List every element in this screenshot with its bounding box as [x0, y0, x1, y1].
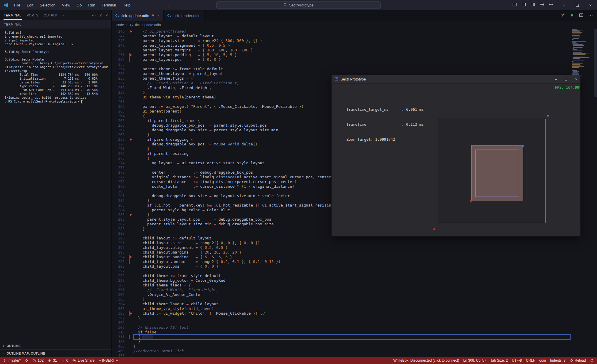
terminal-section-header[interactable]: TERMINAL [0, 20, 111, 28]
code-line[interactable]: 249 parent_layout.alignment = { 0.5, 0.5… [112, 43, 597, 48]
code-line[interactable]: 467 } [112, 339, 597, 344]
code-line[interactable]: 309 // Whitespace AST test [112, 325, 597, 330]
sidebar-section-outline[interactable]: › OUTLINE [0, 342, 111, 349]
panel-tab-ports[interactable]: PORTS [26, 11, 39, 19]
tab-tick-render[interactable]: tick_render.odin [164, 10, 204, 21]
code-line[interactable]: 296 child_layout.pos = { 0, 0 } [112, 264, 597, 269]
code-line[interactable]: 306 child := ui_widget( "Child", { .Mous… [112, 311, 597, 316]
window-close-button[interactable]: × [584, 0, 597, 10]
status-cursor-position[interactable]: Ln 306, Col 57 [461, 357, 488, 364]
panel-tabs-more-icon[interactable]: ··· [63, 11, 67, 19]
panel-more-actions-icon[interactable]: ··· [92, 13, 96, 17]
panel-tab-terminal[interactable]: TERMINAL [4, 11, 22, 20]
app-close-button[interactable]: × [575, 77, 577, 81]
code-line[interactable]: 298 child_theme := frame_style_default [112, 274, 597, 278]
menu-view[interactable]: View [59, 2, 73, 9]
sidebar-section-outline-map[interactable]: › OUTLINE MAP: OUTLINE [0, 349, 111, 357]
toggle-secondary-sidebar-icon[interactable] [531, 2, 535, 8]
tab-close-icon[interactable]: × [157, 14, 160, 18]
menu-terminal[interactable]: Terminal [99, 2, 119, 9]
code-line[interactable]: 301 // .Fixed_Width, .Fixed_Height, [112, 288, 597, 292]
code-line[interactable]: 308 [112, 321, 597, 325]
code-line[interactable]: 294 child_layout.padding = { 5, 5, 5, 5 … [112, 255, 597, 259]
window-maximize-button[interactable] [571, 0, 584, 10]
window-minimize-button[interactable]: – [557, 0, 571, 10]
panel-chevron-down-icon[interactable]: ∨ [99, 13, 102, 17]
menu-run[interactable]: Run [85, 2, 98, 9]
code-line[interactable]: 291 child_layout.size = range2({ 0, 0 },… [112, 241, 597, 245]
status-whitebox[interactable]: WhiteBox: Disconnected (click to connect… [391, 357, 461, 364]
editor-scrollbar[interactable] [594, 29, 597, 357]
editor-more-actions-icon[interactable]: ··· [588, 13, 593, 18]
breadcrumb-folder[interactable]: code [116, 23, 124, 27]
status-eol[interactable]: CRLF [524, 357, 537, 364]
code-line[interactable]: 304 child_theme.layout = child_layout [112, 302, 597, 306]
open-changes-icon[interactable] [561, 13, 565, 19]
status-language[interactable]: odin [537, 357, 548, 364]
toggle-sidebar-icon[interactable] [512, 2, 517, 8]
code-line[interactable]: 307 } [112, 316, 597, 321]
status-tab-size[interactable]: Tab Size: 2 [488, 357, 510, 364]
menu-edit[interactable]: Edit [24, 2, 36, 9]
code-line[interactable]: 305 ui_theme_via_style(child_theme) [112, 306, 597, 311]
app-maximize-button[interactable] [565, 78, 567, 80]
status-warnings[interactable]: 31 [46, 357, 59, 364]
code-line[interactable]: 251 parent_layout.padding = { 5, 10, 5, … [112, 53, 597, 57]
code-line[interactable]: 303 } [112, 297, 597, 302]
code-line[interactable]: 470 [112, 353, 597, 357]
code-line[interactable]: 468} [112, 344, 597, 349]
code-line[interactable]: 250 parent_layout.margins = { 100, 100, … [112, 48, 597, 53]
code-line[interactable]: 302 .Origin_At_Anchor_Center [112, 292, 597, 297]
code-line[interactable]: 311› {··· [112, 335, 597, 339]
code-line[interactable]: 246 // ui_parent(frame) [112, 29, 597, 34]
child-widget-box[interactable] [471, 145, 523, 201]
code-line[interactable]: 290 child_layout := default_layout [112, 236, 597, 241]
customize-layout-icon[interactable] [540, 2, 544, 8]
status-label: odin [539, 358, 546, 363]
menu-file[interactable]: File [11, 2, 23, 9]
code-line[interactable]: 310 if false [112, 330, 597, 335]
app-canvas[interactable]: FPS: 164.998 frametime_target_ms : 6.061… [332, 84, 580, 236]
split-editor-icon[interactable] [579, 13, 583, 19]
code-line[interactable]: 297 [112, 269, 597, 274]
status-insert-mode[interactable]: -- INSERT -- [97, 357, 120, 364]
run-button[interactable] [570, 13, 574, 19]
app-minimize-button[interactable]: – [555, 77, 557, 81]
sectr-prototype-window[interactable]: Sectr Prototype – × FPS: 164.998 frameti… [331, 75, 581, 236]
menu-selection[interactable]: Selection [37, 2, 58, 9]
code-line[interactable]: 292 child_layout.alignment = { 0.5, 0.5 … [112, 245, 597, 250]
code-line[interactable]: 247 parent_layout := default_layout [112, 34, 597, 38]
code-line[interactable]: 299 child_theme.bg_color = Color_GreyRed [112, 278, 597, 283]
status-sync[interactable] [23, 357, 30, 364]
code-line[interactable]: 248 parent_layout.size = range2( { 300, … [112, 38, 597, 43]
code-line[interactable]: 293 child_layout.margins = { 20, 20, 20,… [112, 250, 597, 255]
status-ports[interactable]: 0 [59, 357, 71, 364]
breadcrumb-file[interactable]: tick_update.odin [135, 23, 161, 27]
code-line[interactable]: 252 parent_layout.pos = { 0, 0 } [112, 57, 597, 62]
status-errors[interactable]: 102 [30, 357, 46, 364]
code-line[interactable]: 469//endregion Imgui Tick [112, 349, 597, 353]
tab-tick-update[interactable]: tick_update.odin M × [112, 10, 164, 21]
status-live-share[interactable]: Live Share [70, 357, 96, 364]
command-center-search[interactable]: SectrPrototype [216, 1, 381, 9]
menu-help[interactable]: Help [120, 2, 133, 9]
code-line[interactable]: 300 child_theme.flags = { [112, 283, 597, 288]
status-bell[interactable] [588, 357, 596, 364]
navigate-forward-icon[interactable]: → [178, 3, 182, 8]
toggle-panel-icon[interactable] [521, 2, 526, 8]
settings-gear-icon[interactable] [549, 2, 553, 8]
panel-close-icon[interactable]: × [105, 13, 108, 17]
status-indents[interactable]: Indents: 3 [548, 357, 568, 364]
status-encoding[interactable]: UTF-8 [510, 357, 524, 364]
code-line[interactable]: 254 parent_theme := frame_style_default [112, 67, 597, 71]
status-reload[interactable]: Reload [568, 357, 588, 364]
app-window-titlebar[interactable]: Sectr Prototype – × [332, 75, 580, 84]
navigate-back-icon[interactable]: ← [168, 3, 173, 8]
code-line[interactable]: 295 child_layout.anchor = range2({ 0.2, … [112, 259, 597, 264]
panel-tab-output[interactable]: OUTPUT [43, 11, 58, 19]
code-line[interactable]: 253 [112, 62, 597, 67]
status-branch[interactable]: master* [1, 357, 23, 364]
terminal-output[interactable]: Build.ps1incremental_checks.ps1 imported… [0, 28, 111, 342]
terminal-prompt[interactable]: PS C:\projects\SectrPrototype\scripts> [5, 100, 110, 103]
menu-go[interactable]: Go [74, 2, 84, 9]
